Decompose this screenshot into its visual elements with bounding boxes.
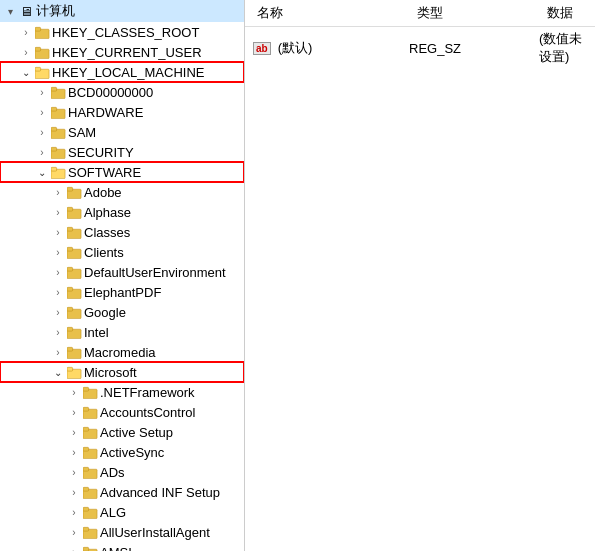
folder-icon xyxy=(66,244,82,260)
folder-icon xyxy=(82,524,98,540)
tree-item-label: BCD00000000 xyxy=(68,85,244,100)
right-row-name: ab(默认) xyxy=(249,39,409,57)
tree-item-advancedinfsetup[interactable]: › Advanced INF Setup xyxy=(0,482,244,502)
folder-icon xyxy=(66,184,82,200)
tree-item-label: AllUserInstallAgent xyxy=(100,525,244,540)
expander-icon[interactable]: ▾ xyxy=(2,3,18,19)
tree-item-accountscontrol[interactable]: › AccountsControl xyxy=(0,402,244,422)
expander-icon[interactable]: › xyxy=(66,444,82,460)
tree-root-item[interactable]: ▾ 🖥 计算机 xyxy=(0,0,244,22)
col-data-header: 数据 xyxy=(539,2,581,24)
folder-icon xyxy=(82,424,98,440)
expander-icon[interactable]: › xyxy=(66,384,82,400)
expander-icon[interactable]: › xyxy=(18,44,34,60)
tree-item-google[interactable]: › Google xyxy=(0,302,244,322)
tree-item-label: Clients xyxy=(84,245,244,260)
tree-item-label: SAM xyxy=(68,125,244,140)
folder-icon xyxy=(82,444,98,460)
svg-rect-1 xyxy=(35,27,41,31)
folder-icon xyxy=(82,404,98,420)
right-row[interactable]: ab(默认)REG_SZ(数值未设置) xyxy=(245,27,595,69)
tree-item-label: Alphase xyxy=(84,205,244,220)
expander-icon[interactable]: › xyxy=(50,224,66,240)
expander-icon[interactable]: › xyxy=(34,84,50,100)
tree-item-label: HARDWARE xyxy=(68,105,244,120)
tree-item-label: HKEY_LOCAL_MACHINE xyxy=(52,65,244,80)
tree-item-label: ElephantPDF xyxy=(84,285,244,300)
expander-icon[interactable]: › xyxy=(50,264,66,280)
tree-item-elephantpdf[interactable]: › ElephantPDF xyxy=(0,282,244,302)
tree-item-label: Macromedia xyxy=(84,345,244,360)
expander-icon[interactable]: ⌄ xyxy=(50,364,66,380)
ab-icon: ab xyxy=(253,42,271,55)
tree-item-current_user[interactable]: › HKEY_CURRENT_USER xyxy=(0,42,244,62)
folder-icon xyxy=(66,284,82,300)
expander-icon[interactable]: › xyxy=(66,504,82,520)
tree-item-label: ActiveSync xyxy=(100,445,244,460)
tree-item-alphase[interactable]: › Alphase xyxy=(0,202,244,222)
svg-rect-33 xyxy=(67,347,73,351)
tree-panel[interactable]: ▾ 🖥 计算机 › HKEY_CLASSES_ROOT› HKEY_CURREN… xyxy=(0,0,245,551)
expander-icon[interactable]: › xyxy=(34,104,50,120)
expander-icon[interactable]: › xyxy=(50,284,66,300)
svg-rect-49 xyxy=(83,507,89,511)
expander-icon[interactable]: › xyxy=(66,424,82,440)
expander-icon[interactable]: › xyxy=(50,304,66,320)
expander-icon[interactable]: › xyxy=(50,344,66,360)
tree-item-label: ALG xyxy=(100,505,244,520)
tree-item-clients[interactable]: › Clients xyxy=(0,242,244,262)
folder-icon xyxy=(82,464,98,480)
expander-icon[interactable]: › xyxy=(34,144,50,160)
tree-items-container: › HKEY_CLASSES_ROOT› HKEY_CURRENT_USER⌄ … xyxy=(0,22,244,551)
tree-item-adobe[interactable]: › Adobe xyxy=(0,182,244,202)
tree-item-activesync[interactable]: › ActiveSync xyxy=(0,442,244,462)
right-rows: ab(默认)REG_SZ(数值未设置) xyxy=(245,27,595,69)
col-name-header: 名称 xyxy=(249,2,409,24)
tree-item-defaultuserenv[interactable]: › DefaultUserEnvironment xyxy=(0,262,244,282)
tree-item-security[interactable]: › SECURITY xyxy=(0,142,244,162)
expander-icon[interactable]: › xyxy=(50,244,66,260)
tree-item-macromedia[interactable]: › Macromedia xyxy=(0,342,244,362)
right-row-type: REG_SZ xyxy=(409,41,539,56)
tree-item-activesetup[interactable]: › Active Setup xyxy=(0,422,244,442)
expander-icon[interactable]: › xyxy=(66,524,82,540)
tree-item-software[interactable]: ⌄ SOFTWARE xyxy=(0,162,244,182)
expander-icon[interactable]: ⌄ xyxy=(34,164,50,180)
expander-icon[interactable]: › xyxy=(66,404,82,420)
expander-icon[interactable]: › xyxy=(66,484,82,500)
tree-item-hardware[interactable]: › HARDWARE xyxy=(0,102,244,122)
svg-rect-35 xyxy=(67,367,73,371)
expander-icon[interactable]: › xyxy=(50,204,66,220)
svg-rect-29 xyxy=(67,307,73,311)
tree-item-classes[interactable]: › Classes xyxy=(0,222,244,242)
right-panel: 名称 类型 数据 ab(默认)REG_SZ(数值未设置) xyxy=(245,0,595,551)
expander-icon[interactable]: › xyxy=(66,464,82,480)
expander-icon[interactable]: › xyxy=(18,24,34,40)
tree-item-intel[interactable]: › Intel xyxy=(0,322,244,342)
tree-item-label: Adobe xyxy=(84,185,244,200)
right-row-name-text: (默认) xyxy=(278,39,313,57)
tree-item-bcd[interactable]: › BCD00000000 xyxy=(0,82,244,102)
svg-rect-19 xyxy=(67,207,73,211)
tree-item-amsi[interactable]: › AMSI xyxy=(0,542,244,551)
expander-icon[interactable]: › xyxy=(34,124,50,140)
svg-rect-21 xyxy=(67,227,73,231)
tree-item-local_machine[interactable]: ⌄ HKEY_LOCAL_MACHINE xyxy=(0,62,244,82)
tree-item-classes_root[interactable]: › HKEY_CLASSES_ROOT xyxy=(0,22,244,42)
right-row-data: (数值未设置) xyxy=(539,30,591,66)
expander-icon[interactable]: ⌄ xyxy=(18,64,34,80)
tree-item-microsoft[interactable]: ⌄ Microsoft xyxy=(0,362,244,382)
expander-icon[interactable]: › xyxy=(50,184,66,200)
expander-icon[interactable]: › xyxy=(66,544,82,551)
tree-item-netframework[interactable]: › .NETFramework xyxy=(0,382,244,402)
svg-rect-23 xyxy=(67,247,73,251)
tree-item-sam[interactable]: › SAM xyxy=(0,122,244,142)
tree-item-alg[interactable]: › ALG xyxy=(0,502,244,522)
tree-item-alluserinstallagent[interactable]: › AllUserInstallAgent xyxy=(0,522,244,542)
folder-icon xyxy=(50,144,66,160)
folder-icon xyxy=(50,124,66,140)
folder-icon xyxy=(82,544,98,551)
tree-item-ads[interactable]: › ADs xyxy=(0,462,244,482)
expander-icon[interactable]: › xyxy=(50,324,66,340)
svg-rect-47 xyxy=(83,487,89,491)
